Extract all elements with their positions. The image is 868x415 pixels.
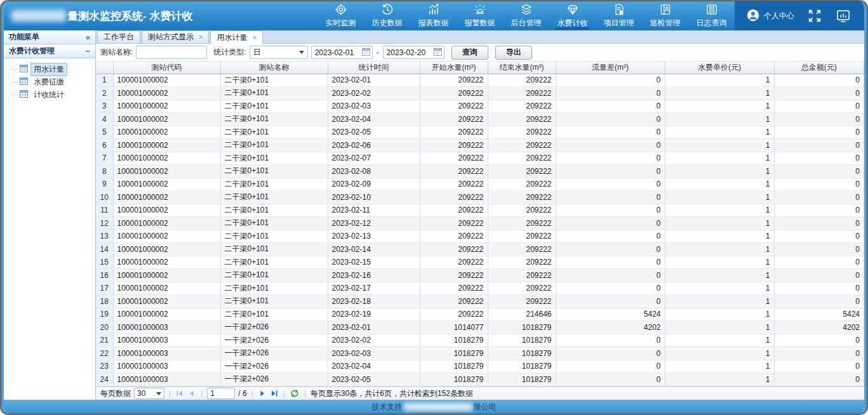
close-icon[interactable]: × bbox=[199, 34, 203, 41]
column-header[interactable]: 测站名称 bbox=[220, 62, 328, 74]
nav-item-water-fee[interactable]: 水费计收 bbox=[549, 1, 596, 30]
nav-item-realtime[interactable]: 实时监测 bbox=[317, 1, 364, 30]
cell: 100001000002 bbox=[113, 165, 220, 178]
tab-water-metering[interactable]: 用水计量 × bbox=[210, 30, 262, 44]
prev-page-icon[interactable] bbox=[187, 390, 196, 397]
column-header[interactable]: 总金额(元) bbox=[774, 62, 864, 74]
table-row[interactable]: 21100001000003一干渠2+0262023-02-0210182791… bbox=[96, 334, 864, 347]
collapse-minus-icon[interactable]: − bbox=[85, 47, 90, 55]
user-center-label: 个人中心 bbox=[764, 11, 794, 22]
table-row[interactable]: 11100001000002二干渠0+1012023-02-1120922220… bbox=[96, 204, 864, 217]
divider: | bbox=[168, 389, 172, 398]
table-row[interactable]: 14100001000002二干渠0+1012023-02-1420922220… bbox=[96, 243, 864, 256]
sidebar-item-water-metering[interactable]: 用水计量 bbox=[11, 63, 94, 76]
cell: 二干渠0+101 bbox=[220, 204, 328, 217]
cell: 100001000002 bbox=[113, 87, 220, 100]
table-row[interactable]: 15100001000002二干渠0+1012023-02-1520922220… bbox=[96, 256, 864, 269]
cell: 0 bbox=[774, 165, 864, 178]
station-name-input[interactable] bbox=[136, 46, 207, 59]
table-row[interactable]: 3100001000002二干渠0+1012023-02-03209222209… bbox=[96, 100, 864, 113]
app-window: 量测水监控系统- 水费计收 实时监测 bbox=[1, 1, 867, 414]
row-number: 3 bbox=[96, 100, 113, 113]
export-button[interactable]: 导出 bbox=[495, 46, 532, 60]
cell: 二干渠0+101 bbox=[220, 74, 328, 87]
table-row[interactable]: 6100001000002二干渠0+1012023-02-06209222209… bbox=[96, 139, 864, 152]
filter-bar: 测站名称: 统计类型: 日 2023-02-01 - 2023-02-20 bbox=[96, 44, 864, 62]
cell: 0 bbox=[556, 165, 665, 178]
cell: 2023-02-05 bbox=[328, 126, 420, 139]
page-size-select[interactable]: 30 bbox=[134, 388, 164, 399]
row-number: 23 bbox=[96, 360, 113, 373]
sidebar-item-label: 水费征缴 bbox=[30, 76, 67, 89]
table-row[interactable]: 10100001000002二干渠0+1012023-02-1020922220… bbox=[96, 191, 864, 204]
cell: 0 bbox=[556, 282, 665, 295]
sidebar-group-header[interactable]: 水费计收管理 − bbox=[4, 44, 95, 58]
table-row[interactable]: 18100001000002二干渠0+1012023-02-1820922220… bbox=[96, 295, 864, 308]
refresh-icon[interactable] bbox=[290, 389, 300, 398]
cell: 1 bbox=[665, 126, 774, 139]
nav-label: 水费计收 bbox=[558, 18, 588, 29]
table-row[interactable]: 22100001000003一干渠2+0262023-02-0310182791… bbox=[96, 347, 864, 360]
cell: 1018279 bbox=[420, 347, 488, 360]
column-header[interactable]: 开始水量(m³) bbox=[420, 62, 488, 74]
cell: 100001000002 bbox=[113, 243, 220, 256]
sidebar-item-fee-collection[interactable]: 水费征缴 bbox=[11, 76, 94, 88]
row-number: 9 bbox=[96, 178, 113, 191]
stat-type-select[interactable]: 日 bbox=[250, 46, 308, 59]
table-row[interactable]: 7100001000002二干渠0+1012023-02-07209222209… bbox=[96, 152, 864, 165]
table-row[interactable]: 20100001000003一干渠2+0262023-02-0110140771… bbox=[96, 321, 864, 334]
table-row[interactable]: 23100001000003一干渠2+0262023-02-0410182791… bbox=[96, 360, 864, 373]
cell: 100001000002 bbox=[113, 152, 220, 165]
table-row[interactable]: 5100001000002二干渠0+1012023-02-05209222209… bbox=[96, 126, 864, 139]
table-row[interactable]: 1100001000002二干渠0+1012023-02-01209222209… bbox=[96, 74, 864, 87]
sidebar-collapse-icon[interactable]: « bbox=[86, 33, 90, 41]
row-number: 4 bbox=[96, 113, 113, 126]
first-page-icon[interactable] bbox=[175, 390, 184, 397]
table-row[interactable]: 8100001000002二干渠0+1012023-02-08209222209… bbox=[96, 165, 864, 178]
nav-item-inspection[interactable]: 巡检管理 bbox=[642, 1, 688, 30]
column-header[interactable]: 流量差(m³) bbox=[556, 62, 665, 74]
cell: 209222 bbox=[420, 243, 488, 256]
column-header[interactable] bbox=[96, 62, 113, 74]
dashboard-monitor-icon[interactable] bbox=[835, 8, 851, 23]
cell: 209222 bbox=[488, 269, 556, 282]
tab-station-display[interactable]: 测站方式显示 × bbox=[142, 30, 209, 43]
table-row[interactable]: 2100001000002二干渠0+1012023-02-02209222209… bbox=[96, 87, 864, 100]
table-row[interactable]: 12100001000002二干渠0+1012023-02-1220922220… bbox=[96, 217, 864, 230]
nav-item-logs[interactable]: 日志查询 bbox=[688, 1, 735, 30]
cell: 2023-02-09 bbox=[328, 178, 420, 191]
nav-item-projects[interactable]: 项目管理 bbox=[596, 1, 642, 30]
nav-item-history[interactable]: 历史数据 bbox=[364, 1, 410, 30]
cell: 1018279 bbox=[420, 334, 488, 347]
date-from-input[interactable]: 2023-02-01 bbox=[311, 46, 373, 59]
date-to-input[interactable]: 2023-02-20 bbox=[383, 46, 444, 59]
table-row[interactable]: 9100001000002二干渠0+1012023-02-09209222209… bbox=[96, 178, 864, 191]
column-header[interactable]: 水费单价(元) bbox=[665, 62, 774, 74]
table-row[interactable]: 13100001000002二干渠0+1012023-02-1320922220… bbox=[96, 230, 864, 243]
sidebar-item-statistics[interactable]: 计收统计 bbox=[11, 88, 94, 101]
nav-item-alarms[interactable]: 报警数据 bbox=[457, 1, 503, 30]
cell: 209222 bbox=[488, 256, 556, 269]
table-row[interactable]: 16100001000002二干渠0+1012023-02-1620922220… bbox=[96, 269, 864, 282]
user-center-button[interactable]: 个人中心 bbox=[746, 8, 794, 24]
column-header[interactable]: 结束水量(m³) bbox=[488, 62, 556, 74]
page-number-input[interactable] bbox=[207, 388, 235, 399]
column-header[interactable]: 统计时间 bbox=[328, 62, 420, 74]
cell: 2023-02-08 bbox=[328, 165, 420, 178]
cell: 2023-02-12 bbox=[328, 217, 420, 230]
table-row[interactable]: 19100001000002二干渠0+1012023-02-1920922221… bbox=[96, 308, 864, 321]
table-row[interactable]: 17100001000002二干渠0+1012023-02-1720922220… bbox=[96, 282, 864, 295]
tab-workbench[interactable]: 工作平台 bbox=[97, 30, 140, 43]
stat-type-value: 日 bbox=[253, 47, 261, 58]
search-button[interactable]: 查询 bbox=[451, 46, 488, 60]
table-row[interactable]: 24100001000003一干渠2+0262023-02-0510182791… bbox=[96, 373, 864, 386]
last-page-icon[interactable] bbox=[270, 390, 279, 397]
nav-item-admin[interactable]: 后台管理 bbox=[503, 1, 549, 30]
next-page-icon[interactable] bbox=[258, 390, 267, 397]
table-row[interactable]: 4100001000002二干渠0+1012023-02-04209222209… bbox=[96, 113, 864, 126]
nav-item-reports[interactable]: 报表数据 bbox=[410, 1, 457, 30]
cell: 209222 bbox=[488, 243, 556, 256]
fullscreen-icon[interactable] bbox=[807, 9, 822, 23]
column-header[interactable]: 测站代码 bbox=[113, 62, 220, 74]
close-icon[interactable]: × bbox=[252, 34, 256, 41]
